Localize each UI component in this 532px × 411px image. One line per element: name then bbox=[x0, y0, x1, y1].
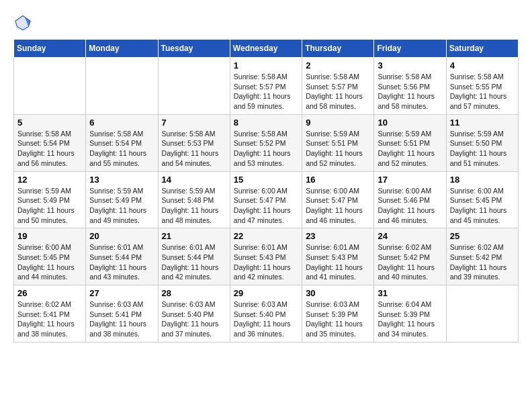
calendar-cell: 31Sunrise: 6:04 AM Sunset: 5:39 PM Dayli… bbox=[374, 285, 446, 342]
weekday-header: Friday bbox=[374, 40, 446, 58]
day-number: 20 bbox=[89, 231, 154, 241]
calendar-cell: 1Sunrise: 5:58 AM Sunset: 5:57 PM Daylig… bbox=[230, 58, 302, 115]
calendar-cell: 11Sunrise: 5:59 AM Sunset: 5:50 PM Dayli… bbox=[446, 114, 518, 171]
day-info: Sunrise: 6:04 AM Sunset: 5:39 PM Dayligh… bbox=[378, 300, 442, 339]
calendar-week-row: 1Sunrise: 5:58 AM Sunset: 5:57 PM Daylig… bbox=[14, 58, 519, 115]
day-info: Sunrise: 5:59 AM Sunset: 5:49 PM Dayligh… bbox=[17, 186, 82, 226]
day-number: 25 bbox=[450, 231, 515, 241]
day-info: Sunrise: 6:03 AM Sunset: 5:41 PM Dayligh… bbox=[89, 300, 154, 339]
calendar-cell: 7Sunrise: 5:58 AM Sunset: 5:53 PM Daylig… bbox=[158, 114, 230, 171]
day-info: Sunrise: 5:58 AM Sunset: 5:54 PM Dayligh… bbox=[17, 129, 82, 169]
day-number: 28 bbox=[162, 288, 226, 298]
day-info: Sunrise: 6:00 AM Sunset: 5:47 PM Dayligh… bbox=[234, 186, 298, 226]
calendar-week-row: 12Sunrise: 5:59 AM Sunset: 5:49 PM Dayli… bbox=[14, 171, 519, 228]
calendar-cell: 2Sunrise: 5:58 AM Sunset: 5:57 PM Daylig… bbox=[302, 58, 374, 115]
day-number: 23 bbox=[306, 231, 370, 241]
day-number: 4 bbox=[450, 60, 515, 71]
weekday-header: Thursday bbox=[302, 40, 374, 58]
day-info: Sunrise: 5:59 AM Sunset: 5:49 PM Dayligh… bbox=[89, 186, 154, 226]
day-number: 30 bbox=[306, 288, 370, 298]
calendar-cell: 5Sunrise: 5:58 AM Sunset: 5:54 PM Daylig… bbox=[14, 114, 86, 171]
day-info: Sunrise: 5:58 AM Sunset: 5:56 PM Dayligh… bbox=[378, 72, 442, 111]
day-number: 17 bbox=[378, 175, 442, 185]
calendar-cell: 21Sunrise: 6:01 AM Sunset: 5:44 PM Dayli… bbox=[158, 228, 230, 285]
day-number: 2 bbox=[306, 60, 370, 71]
calendar-header-row: SundayMondayTuesdayWednesdayThursdayFrid… bbox=[14, 40, 519, 58]
day-info: Sunrise: 6:02 AM Sunset: 5:41 PM Dayligh… bbox=[17, 300, 82, 339]
day-number: 6 bbox=[89, 118, 154, 128]
day-info: Sunrise: 6:01 AM Sunset: 5:44 PM Dayligh… bbox=[162, 242, 226, 282]
day-info: Sunrise: 6:03 AM Sunset: 5:40 PM Dayligh… bbox=[162, 300, 226, 339]
day-info: Sunrise: 5:58 AM Sunset: 5:57 PM Dayligh… bbox=[234, 72, 298, 111]
calendar-cell bbox=[158, 58, 230, 115]
day-number: 16 bbox=[306, 175, 370, 185]
day-info: Sunrise: 6:02 AM Sunset: 5:42 PM Dayligh… bbox=[378, 242, 442, 282]
day-number: 24 bbox=[378, 231, 442, 241]
calendar-cell bbox=[86, 58, 158, 115]
day-info: Sunrise: 5:58 AM Sunset: 5:52 PM Dayligh… bbox=[234, 129, 298, 169]
calendar-cell: 17Sunrise: 6:00 AM Sunset: 5:46 PM Dayli… bbox=[374, 171, 446, 228]
calendar-cell: 23Sunrise: 6:01 AM Sunset: 5:43 PM Dayli… bbox=[302, 228, 374, 285]
calendar-cell: 25Sunrise: 6:02 AM Sunset: 5:42 PM Dayli… bbox=[446, 228, 518, 285]
calendar-cell: 19Sunrise: 6:00 AM Sunset: 5:45 PM Dayli… bbox=[14, 228, 86, 285]
day-number: 5 bbox=[17, 118, 82, 128]
day-number: 19 bbox=[17, 231, 82, 241]
day-number: 7 bbox=[162, 118, 226, 128]
day-number: 22 bbox=[234, 231, 298, 241]
calendar-week-row: 19Sunrise: 6:00 AM Sunset: 5:45 PM Dayli… bbox=[14, 228, 519, 285]
day-info: Sunrise: 6:00 AM Sunset: 5:45 PM Dayligh… bbox=[450, 186, 515, 226]
calendar-cell: 10Sunrise: 5:59 AM Sunset: 5:51 PM Dayli… bbox=[374, 114, 446, 171]
day-number: 21 bbox=[162, 231, 226, 241]
day-info: Sunrise: 5:59 AM Sunset: 5:51 PM Dayligh… bbox=[378, 129, 442, 169]
weekday-header: Saturday bbox=[446, 40, 518, 58]
day-number: 1 bbox=[234, 60, 298, 71]
calendar-cell: 14Sunrise: 5:59 AM Sunset: 5:48 PM Dayli… bbox=[158, 171, 230, 228]
day-number: 12 bbox=[17, 175, 82, 185]
calendar-cell bbox=[14, 58, 86, 115]
logo bbox=[13, 13, 35, 32]
day-number: 10 bbox=[378, 118, 442, 128]
logo-icon bbox=[13, 13, 32, 32]
day-info: Sunrise: 6:02 AM Sunset: 5:42 PM Dayligh… bbox=[450, 242, 515, 282]
calendar-cell: 22Sunrise: 6:01 AM Sunset: 5:43 PM Dayli… bbox=[230, 228, 302, 285]
day-number: 18 bbox=[450, 175, 515, 185]
day-number: 26 bbox=[17, 288, 82, 298]
calendar-cell: 28Sunrise: 6:03 AM Sunset: 5:40 PM Dayli… bbox=[158, 285, 230, 342]
day-number: 3 bbox=[378, 60, 442, 71]
calendar-table: SundayMondayTuesdayWednesdayThursdayFrid… bbox=[13, 39, 519, 342]
day-info: Sunrise: 5:58 AM Sunset: 5:57 PM Dayligh… bbox=[306, 72, 370, 111]
calendar-cell: 15Sunrise: 6:00 AM Sunset: 5:47 PM Dayli… bbox=[230, 171, 302, 228]
day-info: Sunrise: 5:59 AM Sunset: 5:50 PM Dayligh… bbox=[450, 129, 515, 169]
weekday-header: Sunday bbox=[14, 40, 86, 58]
day-number: 8 bbox=[234, 118, 298, 128]
calendar-cell bbox=[446, 285, 518, 342]
day-number: 13 bbox=[89, 175, 154, 185]
day-info: Sunrise: 6:00 AM Sunset: 5:45 PM Dayligh… bbox=[17, 242, 82, 282]
weekday-header: Monday bbox=[86, 40, 158, 58]
calendar-week-row: 26Sunrise: 6:02 AM Sunset: 5:41 PM Dayli… bbox=[14, 285, 519, 342]
day-number: 14 bbox=[162, 175, 226, 185]
calendar-cell: 3Sunrise: 5:58 AM Sunset: 5:56 PM Daylig… bbox=[374, 58, 446, 115]
calendar-cell: 13Sunrise: 5:59 AM Sunset: 5:49 PM Dayli… bbox=[86, 171, 158, 228]
calendar-week-row: 5Sunrise: 5:58 AM Sunset: 5:54 PM Daylig… bbox=[14, 114, 519, 171]
day-info: Sunrise: 5:59 AM Sunset: 5:48 PM Dayligh… bbox=[162, 186, 226, 226]
calendar-cell: 27Sunrise: 6:03 AM Sunset: 5:41 PM Dayli… bbox=[86, 285, 158, 342]
day-info: Sunrise: 6:00 AM Sunset: 5:46 PM Dayligh… bbox=[378, 186, 442, 226]
calendar-cell: 20Sunrise: 6:01 AM Sunset: 5:44 PM Dayli… bbox=[86, 228, 158, 285]
day-info: Sunrise: 6:00 AM Sunset: 5:47 PM Dayligh… bbox=[306, 186, 370, 226]
calendar-cell: 24Sunrise: 6:02 AM Sunset: 5:42 PM Dayli… bbox=[374, 228, 446, 285]
calendar-cell: 16Sunrise: 6:00 AM Sunset: 5:47 PM Dayli… bbox=[302, 171, 374, 228]
weekday-header: Wednesday bbox=[230, 40, 302, 58]
day-number: 11 bbox=[450, 118, 515, 128]
page-header bbox=[13, 13, 519, 32]
calendar-cell: 4Sunrise: 5:58 AM Sunset: 5:55 PM Daylig… bbox=[446, 58, 518, 115]
day-number: 31 bbox=[378, 288, 442, 298]
day-number: 27 bbox=[89, 288, 154, 298]
calendar-cell: 26Sunrise: 6:02 AM Sunset: 5:41 PM Dayli… bbox=[14, 285, 86, 342]
day-info: Sunrise: 5:58 AM Sunset: 5:54 PM Dayligh… bbox=[89, 129, 154, 169]
day-info: Sunrise: 6:03 AM Sunset: 5:39 PM Dayligh… bbox=[306, 300, 370, 339]
day-info: Sunrise: 6:01 AM Sunset: 5:43 PM Dayligh… bbox=[306, 242, 370, 282]
calendar-cell: 18Sunrise: 6:00 AM Sunset: 5:45 PM Dayli… bbox=[446, 171, 518, 228]
calendar-cell: 8Sunrise: 5:58 AM Sunset: 5:52 PM Daylig… bbox=[230, 114, 302, 171]
day-info: Sunrise: 6:01 AM Sunset: 5:43 PM Dayligh… bbox=[234, 242, 298, 282]
